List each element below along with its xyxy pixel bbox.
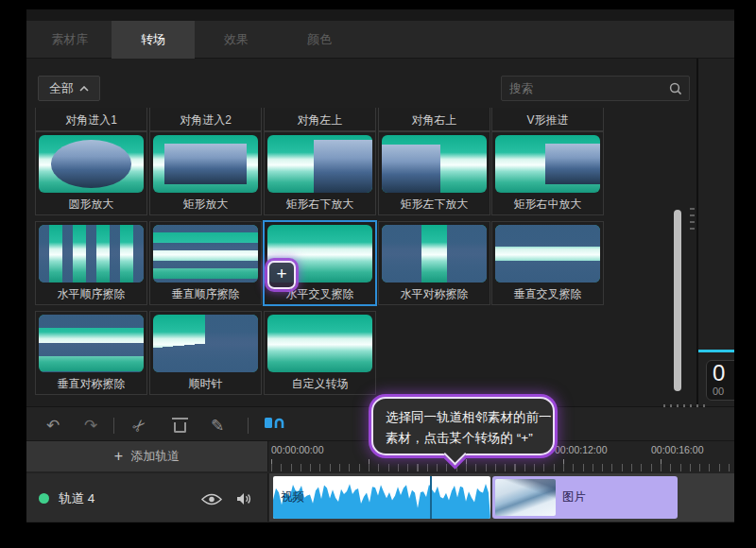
transition-item[interactable]: 对角进入1 — [35, 108, 147, 131]
hint-line-1: 选择同一轨道相邻素材的前一 — [386, 407, 553, 428]
add-track-button[interactable]: + 添加轨道 — [26, 441, 268, 471]
transition-item[interactable]: 对角进入2 — [149, 108, 262, 131]
eye-icon — [201, 493, 222, 505]
transition-item[interactable]: 矩形放大 — [149, 131, 262, 215]
split-audio-icon[interactable] — [263, 414, 285, 438]
category-filter-label: 全部 — [49, 80, 74, 97]
panel-resize-grip-horizontal[interactable] — [663, 404, 705, 407]
search-icon[interactable] — [669, 82, 682, 95]
transition-label: 水平顺序擦除 — [36, 283, 146, 304]
transition-thumbnail — [153, 225, 258, 283]
transition-thumbnail — [267, 135, 372, 193]
transition-thumbnail — [495, 225, 600, 283]
preview-progress-bar[interactable] — [698, 350, 734, 352]
toolbar-separator — [113, 418, 114, 434]
transition-label: V形推进 — [492, 110, 603, 130]
tab-material-library[interactable]: 素材库 — [28, 21, 112, 59]
ruler-timestamp: 00:00:12:00 — [555, 444, 607, 455]
panel-resize-grip-vertical[interactable] — [690, 208, 695, 234]
transition-item-selected[interactable]: + 水平交叉擦除 — [264, 221, 376, 305]
transition-thumbnail — [267, 315, 372, 372]
transition-item[interactable]: 矩形左下放大 — [378, 131, 490, 215]
transition-item[interactable]: V形推进 — [491, 108, 604, 131]
app-window: 素材库 转场 效果 颜色 全部 对角进入1 对角进入2 对角左上 对角右上 V形… — [26, 9, 734, 522]
split-audio-glyph — [264, 415, 284, 431]
transition-item[interactable]: 矩形右下放大 — [264, 131, 376, 215]
transition-thumbnail — [153, 135, 258, 193]
image-clip-label: 图片 — [562, 489, 586, 505]
transition-label: 顺时针 — [150, 373, 261, 394]
tab-colors[interactable]: 颜色 — [278, 21, 361, 59]
track-header: 轨道 4 — [26, 473, 268, 522]
h-symmetric-wipe-preview — [382, 225, 487, 283]
video-clip[interactable]: 视频 — [273, 476, 490, 519]
transition-label: 矩形放大 — [150, 194, 261, 214]
transition-label: 矩形左下放大 — [379, 194, 490, 214]
transition-item[interactable]: 矩形右中放大 — [491, 131, 604, 215]
clockwise-wipe-preview — [153, 315, 258, 372]
transition-label: 水平对称擦除 — [379, 283, 490, 304]
track-lane: 视频 图片 — [269, 473, 734, 522]
undo-button[interactable]: ↶ — [42, 414, 64, 438]
transition-label: 矩形右下放大 — [265, 194, 375, 214]
timecode-big: 0 — [713, 361, 734, 385]
tab-transitions[interactable]: 转场 — [112, 21, 195, 59]
transition-item[interactable]: 垂直对称擦除 — [35, 311, 147, 395]
transition-item[interactable]: 对角右上 — [378, 108, 490, 131]
transition-thumbnail — [153, 315, 258, 372]
transition-label: 垂直对称擦除 — [36, 373, 146, 394]
delete-icon[interactable] — [168, 414, 191, 438]
add-transition-button[interactable]: + — [267, 261, 296, 289]
transition-item[interactable]: 垂直交叉擦除 — [491, 221, 604, 305]
rect-rm-zoom-preview — [545, 144, 600, 185]
track-active-indicator[interactable] — [39, 493, 49, 504]
transition-item[interactable]: 垂直顺序擦除 — [149, 221, 262, 305]
ruler-timestamp: 00:00:00:00 — [271, 444, 323, 455]
transition-item[interactable]: 圆形放大 — [35, 131, 147, 215]
preview-panel-edge — [698, 59, 734, 406]
category-filter-dropdown[interactable]: 全部 — [38, 76, 100, 101]
transition-label: 对角进入2 — [150, 110, 261, 130]
transition-item[interactable]: 水平顺序擦除 — [35, 221, 147, 305]
v-symmetric-wipe-preview — [39, 315, 144, 372]
track-name: 轨道 4 — [59, 490, 94, 507]
transition-label: 对角进入1 — [36, 110, 146, 130]
rect-rb-zoom-preview — [314, 140, 372, 193]
add-track-label: 添加轨道 — [130, 448, 180, 465]
transition-item[interactable]: 自定义转场 — [264, 311, 376, 395]
track-mute-toggle[interactable] — [236, 492, 251, 509]
track-visibility-toggle[interactable] — [201, 492, 222, 509]
tab-bar: 素材库 转场 效果 颜色 — [26, 21, 734, 59]
image-clip-thumbnail — [495, 479, 556, 516]
hint-tooltip: 选择同一轨道相邻素材的前一 素材，点击某个转场的 “+” — [371, 397, 555, 455]
transition-label: 矩形右中放大 — [492, 194, 603, 214]
v-cross-wipe-preview — [495, 225, 600, 283]
transition-thumbnail — [39, 225, 144, 283]
timecode-small: 00 — [713, 385, 734, 397]
image-clip[interactable]: 图片 — [492, 476, 678, 519]
plus-icon: + — [114, 448, 123, 465]
edit-icon[interactable]: ✎ — [206, 414, 229, 438]
transition-item[interactable]: 水平对称擦除 — [378, 221, 490, 305]
transition-thumbnail — [39, 135, 144, 193]
preview-timecode: 0 00 — [706, 360, 734, 401]
video-clip-label: 视频 — [281, 489, 304, 505]
clip-junction[interactable] — [430, 476, 432, 519]
transition-label: 垂直顺序擦除 — [150, 283, 261, 304]
tab-effects[interactable]: 效果 — [195, 21, 278, 59]
screen: { "tabs": { "items": [ {"label": "素材库"},… — [0, 0, 756, 548]
audio-waveform — [273, 476, 490, 519]
redo-button[interactable]: ↷ — [79, 414, 102, 438]
transition-thumbnail — [495, 135, 600, 193]
transition-item[interactable]: 顺时针 — [149, 311, 262, 395]
ruler-minor-ticks — [271, 464, 730, 471]
grid-scrollbar-thumb[interactable] — [674, 210, 681, 391]
transition-thumbnail — [382, 225, 487, 283]
search-input[interactable] — [502, 82, 669, 95]
transition-item[interactable]: 对角左上 — [264, 108, 376, 131]
speaker-icon — [236, 492, 251, 505]
transition-thumbnail — [382, 135, 487, 193]
cut-icon[interactable]: ✂ — [123, 409, 156, 442]
h-sequence-wipe-preview — [39, 225, 144, 283]
ruler-timestamp: 00:00:16:00 — [651, 444, 703, 455]
